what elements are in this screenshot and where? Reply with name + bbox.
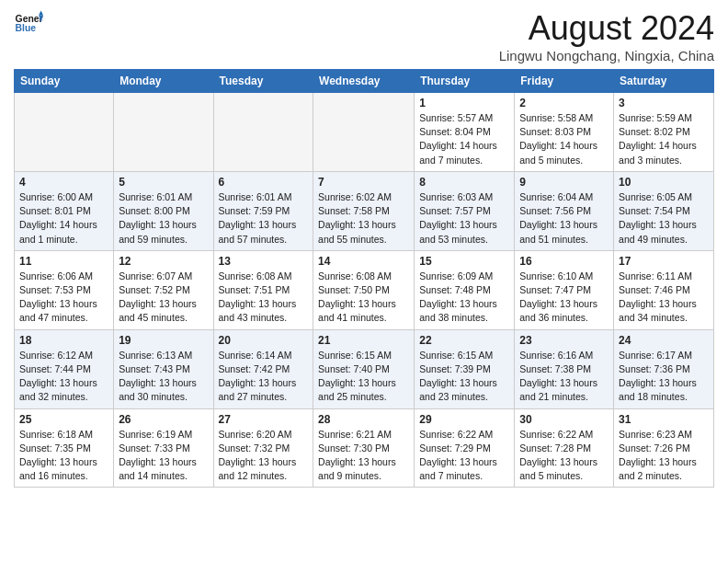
day-number: 5 [119, 176, 208, 189]
calendar-cell: 5Sunrise: 6:01 AMSunset: 8:00 PMDaylight… [114, 171, 213, 250]
day-number: 24 [619, 334, 709, 347]
day-info: Sunrise: 6:16 AMSunset: 7:38 PMDaylight:… [519, 349, 609, 405]
day-number: 17 [619, 255, 709, 268]
day-info: Sunrise: 5:57 AMSunset: 8:04 PMDaylight:… [419, 111, 509, 167]
weekday-header-sunday: Sunday [15, 70, 114, 93]
calendar-cell: 20Sunrise: 6:14 AMSunset: 7:42 PMDayligh… [213, 329, 313, 408]
logo: General Blue [14, 9, 43, 39]
day-info: Sunrise: 6:22 AMSunset: 7:29 PMDaylight:… [419, 428, 509, 484]
day-info: Sunrise: 6:01 AMSunset: 8:00 PMDaylight:… [119, 190, 208, 247]
day-number: 31 [619, 413, 709, 426]
day-number: 11 [19, 255, 108, 268]
calendar-cell: 1Sunrise: 5:57 AMSunset: 8:04 PMDaylight… [415, 93, 515, 172]
day-info: Sunrise: 6:07 AMSunset: 7:52 PMDaylight:… [119, 270, 208, 326]
day-number: 20 [219, 334, 309, 347]
calendar-cell: 13Sunrise: 6:08 AMSunset: 7:51 PMDayligh… [213, 250, 313, 329]
day-number: 29 [419, 413, 509, 426]
logo-icon: General Blue [14, 9, 43, 39]
calendar-cell: 22Sunrise: 6:15 AMSunset: 7:39 PMDayligh… [415, 329, 515, 408]
day-info: Sunrise: 6:18 AMSunset: 7:35 PMDaylight:… [19, 428, 108, 484]
header: General Blue August 2024 Lingwu Nongchan… [14, 9, 714, 63]
calendar-cell: 27Sunrise: 6:20 AMSunset: 7:32 PMDayligh… [213, 408, 313, 488]
day-number: 30 [519, 413, 609, 426]
calendar-cell: 23Sunrise: 6:16 AMSunset: 7:38 PMDayligh… [515, 329, 614, 408]
day-info: Sunrise: 6:22 AMSunset: 7:28 PMDaylight:… [519, 428, 609, 484]
calendar-cell [213, 93, 313, 172]
svg-text:Blue: Blue [16, 23, 37, 33]
day-number: 14 [318, 255, 409, 268]
day-info: Sunrise: 6:15 AMSunset: 7:39 PMDaylight:… [419, 349, 509, 405]
calendar-week-row: 4Sunrise: 6:00 AMSunset: 8:01 PMDaylight… [15, 171, 714, 250]
calendar-cell: 4Sunrise: 6:00 AMSunset: 8:01 PMDaylight… [15, 171, 114, 250]
day-number: 6 [219, 176, 309, 189]
day-number: 13 [219, 255, 309, 268]
calendar-cell: 6Sunrise: 6:01 AMSunset: 7:59 PMDaylight… [213, 171, 313, 250]
calendar-cell [15, 93, 114, 172]
day-info: Sunrise: 6:23 AMSunset: 7:26 PMDaylight:… [619, 428, 709, 484]
weekday-header-row: SundayMondayTuesdayWednesdayThursdayFrid… [15, 70, 714, 93]
day-info: Sunrise: 6:17 AMSunset: 7:36 PMDaylight:… [619, 349, 709, 405]
calendar-cell: 25Sunrise: 6:18 AMSunset: 7:35 PMDayligh… [15, 408, 114, 488]
day-info: Sunrise: 6:02 AMSunset: 7:58 PMDaylight:… [318, 190, 409, 247]
weekday-header-tuesday: Tuesday [213, 70, 313, 93]
calendar-week-row: 18Sunrise: 6:12 AMSunset: 7:44 PMDayligh… [15, 329, 714, 408]
day-info: Sunrise: 6:19 AMSunset: 7:33 PMDaylight:… [119, 428, 208, 484]
calendar-cell: 2Sunrise: 5:58 AMSunset: 8:03 PMDaylight… [515, 93, 614, 172]
day-number: 10 [619, 176, 709, 189]
day-info: Sunrise: 6:03 AMSunset: 7:57 PMDaylight:… [419, 190, 509, 247]
day-info: Sunrise: 6:04 AMSunset: 7:56 PMDaylight:… [519, 190, 609, 247]
calendar-cell: 30Sunrise: 6:22 AMSunset: 7:28 PMDayligh… [515, 408, 614, 488]
weekday-header-wednesday: Wednesday [313, 70, 415, 93]
day-number: 3 [619, 97, 709, 109]
calendar-week-row: 1Sunrise: 5:57 AMSunset: 8:04 PMDaylight… [15, 93, 714, 172]
day-number: 4 [19, 176, 108, 189]
month-title: August 2024 [499, 9, 714, 48]
calendar-cell: 19Sunrise: 6:13 AMSunset: 7:43 PMDayligh… [114, 329, 213, 408]
calendar-cell: 15Sunrise: 6:09 AMSunset: 7:48 PMDayligh… [415, 250, 515, 329]
day-info: Sunrise: 6:00 AMSunset: 8:01 PMDaylight:… [19, 190, 108, 247]
calendar-cell: 17Sunrise: 6:11 AMSunset: 7:46 PMDayligh… [614, 250, 714, 329]
calendar-cell: 11Sunrise: 6:06 AMSunset: 7:53 PMDayligh… [15, 250, 114, 329]
calendar-cell: 3Sunrise: 5:59 AMSunset: 8:02 PMDaylight… [614, 93, 714, 172]
calendar-cell: 26Sunrise: 6:19 AMSunset: 7:33 PMDayligh… [114, 408, 213, 488]
day-info: Sunrise: 6:21 AMSunset: 7:30 PMDaylight:… [318, 428, 409, 484]
day-info: Sunrise: 6:12 AMSunset: 7:44 PMDaylight:… [19, 349, 108, 405]
calendar-cell: 18Sunrise: 6:12 AMSunset: 7:44 PMDayligh… [15, 329, 114, 408]
calendar-cell: 29Sunrise: 6:22 AMSunset: 7:29 PMDayligh… [415, 408, 515, 488]
calendar-week-row: 25Sunrise: 6:18 AMSunset: 7:35 PMDayligh… [15, 408, 714, 488]
calendar-cell: 7Sunrise: 6:02 AMSunset: 7:58 PMDaylight… [313, 171, 415, 250]
day-info: Sunrise: 5:59 AMSunset: 8:02 PMDaylight:… [619, 111, 709, 167]
day-number: 21 [318, 334, 409, 347]
calendar-cell: 12Sunrise: 6:07 AMSunset: 7:52 PMDayligh… [114, 250, 213, 329]
day-info: Sunrise: 6:09 AMSunset: 7:48 PMDaylight:… [419, 270, 509, 326]
weekday-header-monday: Monday [114, 70, 213, 93]
svg-marker-3 [39, 11, 43, 16]
day-number: 25 [19, 413, 108, 426]
calendar-cell: 31Sunrise: 6:23 AMSunset: 7:26 PMDayligh… [614, 408, 714, 488]
day-number: 1 [419, 97, 509, 109]
weekday-header-friday: Friday [515, 70, 614, 93]
calendar-cell: 28Sunrise: 6:21 AMSunset: 7:30 PMDayligh… [313, 408, 415, 488]
day-number: 2 [519, 97, 609, 109]
calendar-cell: 21Sunrise: 6:15 AMSunset: 7:40 PMDayligh… [313, 329, 415, 408]
day-number: 23 [519, 334, 609, 347]
title-area: August 2024 Lingwu Nongchang, Ningxia, C… [499, 9, 714, 63]
calendar-cell: 9Sunrise: 6:04 AMSunset: 7:56 PMDaylight… [515, 171, 614, 250]
day-number: 27 [219, 413, 309, 426]
day-info: Sunrise: 6:08 AMSunset: 7:51 PMDaylight:… [219, 270, 309, 326]
day-number: 8 [419, 176, 509, 189]
calendar-cell [313, 93, 415, 172]
day-number: 12 [119, 255, 208, 268]
day-info: Sunrise: 6:10 AMSunset: 7:47 PMDaylight:… [519, 270, 609, 326]
day-number: 16 [519, 255, 609, 268]
calendar-cell [114, 93, 213, 172]
day-number: 18 [19, 334, 108, 347]
weekday-header-thursday: Thursday [415, 70, 515, 93]
weekday-header-saturday: Saturday [614, 70, 714, 93]
calendar-cell: 8Sunrise: 6:03 AMSunset: 7:57 PMDaylight… [415, 171, 515, 250]
day-number: 15 [419, 255, 509, 268]
day-number: 9 [519, 176, 609, 189]
day-info: Sunrise: 6:14 AMSunset: 7:42 PMDaylight:… [219, 349, 309, 405]
calendar-table: SundayMondayTuesdayWednesdayThursdayFrid… [14, 69, 714, 488]
calendar-cell: 16Sunrise: 6:10 AMSunset: 7:47 PMDayligh… [515, 250, 614, 329]
